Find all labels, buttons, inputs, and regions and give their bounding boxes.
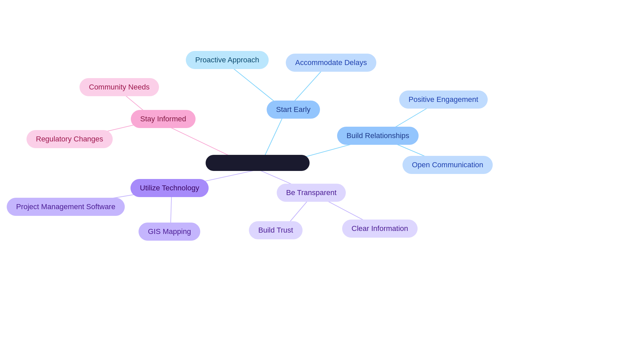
node-start-early: Start Early	[267, 101, 320, 119]
node-project-management: Project Management Software	[7, 198, 125, 216]
node-positive-engagement: Positive Engagement	[399, 90, 488, 109]
node-regulatory-changes: Regulatory Changes	[26, 130, 113, 148]
node-build-trust: Build Trust	[249, 221, 303, 239]
node-utilize-technology: Utilize Technology	[130, 179, 209, 197]
node-gis-mapping: GIS Mapping	[139, 223, 200, 241]
node-proactive-approach: Proactive Approach	[186, 51, 269, 69]
node-community-needs: Community Needs	[79, 78, 159, 96]
center-node	[206, 155, 310, 171]
node-accommodate-delays: Accommodate Delays	[286, 54, 376, 72]
node-be-transparent: Be Transparent	[277, 184, 346, 202]
node-stay-informed: Stay Informed	[131, 110, 196, 128]
node-open-communication: Open Communication	[402, 156, 493, 174]
node-clear-information: Clear Information	[342, 220, 418, 238]
node-build-relationships: Build Relationships	[337, 127, 419, 145]
